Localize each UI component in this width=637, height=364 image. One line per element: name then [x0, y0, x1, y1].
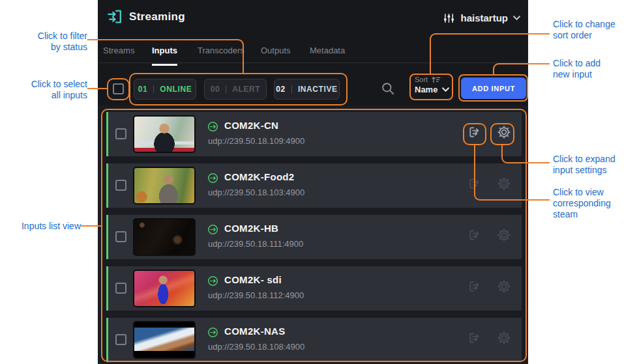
preferences-sliders-icon — [443, 13, 455, 23]
sort-value: Name — [415, 85, 437, 94]
input-name: COM2K-Food2 — [224, 171, 294, 182]
input-thumbnail — [133, 167, 196, 204]
view-stream-icon[interactable] — [467, 125, 482, 139]
annotation-label-sort: Click to change sort order — [553, 19, 631, 41]
add-input-button[interactable]: ADD INPUT — [461, 77, 526, 99]
status-online-icon — [207, 327, 218, 338]
input-url: udp://239.50.18.111:4900 — [208, 239, 303, 249]
row-checkbox[interactable] — [115, 128, 126, 139]
settings-gear-icon[interactable] — [497, 176, 511, 191]
sort-order-icon — [431, 76, 441, 83]
input-name: COM2K-HB — [224, 223, 278, 234]
row-checkbox[interactable] — [115, 180, 126, 191]
tab-bar: Streams Inputs Transcoders Outputs Metad… — [98, 34, 528, 63]
input-thumbnail — [133, 218, 196, 256]
input-row-com2k-hb[interactable]: COM2K-HB udp://239.50.18.111:4900 — [106, 215, 522, 259]
annotation-label-inputs-list: Inputs list view — [1, 221, 81, 232]
inputs-list: COM2K-CN udp://239.50.18.109:4900 — [98, 105, 528, 364]
inactive-count: 02 — [276, 85, 286, 94]
input-name: COM2K- sdi — [224, 274, 282, 285]
settings-gear-icon[interactable] — [497, 331, 511, 345]
input-thumbnail — [133, 321, 196, 359]
chip-divider — [153, 85, 154, 93]
annotation-label-filter: Click to filter by status — [5, 31, 87, 53]
sort-dropdown[interactable]: Sort Name — [415, 76, 449, 94]
input-row-com2k-nas[interactable]: COM2K-NAS udp://239.50.18.108:4900 — [106, 318, 522, 362]
status-online-icon — [207, 224, 218, 235]
input-url: udp://239.50.18.109:4900 — [208, 136, 304, 146]
chip-divider — [291, 85, 292, 93]
row-checkbox[interactable] — [115, 283, 126, 294]
tab-inputs[interactable]: Inputs — [152, 46, 177, 66]
online-label: ONLINE — [160, 85, 192, 94]
view-stream-icon[interactable] — [467, 176, 482, 191]
view-stream-icon[interactable] — [467, 279, 482, 294]
status-online-icon — [207, 275, 218, 287]
input-row-com2k-cn[interactable]: COM2K-CN udp://239.50.18.109:4900 — [106, 112, 522, 156]
input-url: udp://239.50.18.108:4900 — [208, 342, 304, 352]
annotation-label-view-stream: Click to view corresponding steam — [553, 187, 631, 220]
status-online-icon — [207, 173, 218, 184]
input-name: COM2K-NAS — [224, 326, 286, 337]
username-label: haistartup — [460, 12, 508, 23]
annotation-label-select-all: Click to select all inputs — [5, 79, 87, 101]
settings-gear-icon[interactable] — [497, 125, 511, 139]
row-checkbox[interactable] — [115, 334, 126, 345]
filter-online-button[interactable]: 01 ONLINE — [134, 79, 196, 100]
streaming-logo-icon — [106, 8, 124, 25]
chevron-down-icon — [442, 87, 449, 92]
input-thumbnail — [133, 115, 196, 153]
settings-gear-icon[interactable] — [497, 228, 511, 242]
annotation-label-add-input: Click to add new input — [553, 58, 631, 80]
screenshot-root: Streaming haistartup Streams Inputs Tran… — [0, 0, 637, 364]
settings-gear-icon[interactable] — [497, 279, 511, 294]
tab-outputs[interactable]: Outputs — [261, 46, 291, 64]
alert-label: ALERT — [232, 85, 260, 94]
annotation-label-settings: Click to expand input settings — [553, 154, 632, 176]
alert-count: 00 — [211, 85, 220, 94]
input-name: COM2K-CN — [224, 120, 278, 131]
inactive-label: INACTIVE — [298, 85, 338, 94]
chip-divider — [226, 85, 226, 93]
online-count: 01 — [138, 85, 148, 94]
user-menu[interactable]: haistartup — [443, 12, 520, 23]
tab-transcoders[interactable]: Transcoders — [198, 46, 244, 64]
input-row-com2k-food2[interactable]: COM2K-Food2 udp://239.50.18.103:4900 — [106, 163, 522, 208]
tab-metadata[interactable]: Metadata — [310, 46, 345, 64]
tab-streams[interactable]: Streams — [103, 46, 134, 64]
view-stream-icon[interactable] — [467, 228, 482, 242]
sort-label: Sort — [415, 76, 428, 83]
input-row-com2k-sdi[interactable]: COM2K- sdi udp://239.50.18.112:4900 — [106, 266, 522, 311]
filter-alert-button[interactable]: 00 ALERT — [204, 79, 267, 100]
search-icon[interactable] — [381, 81, 395, 96]
page-title: Streaming — [129, 10, 185, 23]
input-url: udp://239.50.18.112:4900 — [208, 290, 304, 300]
streaming-app-panel: Streaming haistartup Streams Inputs Tran… — [98, 0, 528, 364]
input-url: udp://239.50.18.103:4900 — [208, 188, 304, 197]
row-checkbox[interactable] — [115, 231, 126, 242]
chevron-down-icon — [513, 16, 520, 20]
view-stream-icon[interactable] — [467, 331, 482, 345]
select-all-checkbox[interactable] — [113, 83, 124, 94]
status-online-icon — [207, 121, 218, 132]
input-thumbnail — [133, 270, 196, 307]
filter-inactive-button[interactable]: 02 INACTIVE — [274, 79, 340, 100]
